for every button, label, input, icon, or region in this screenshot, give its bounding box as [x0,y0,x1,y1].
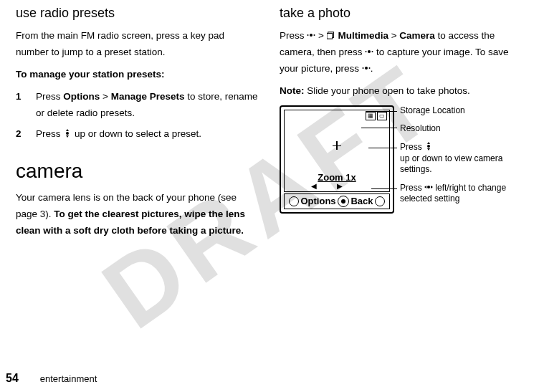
back-softkey: Back [350,196,373,206]
left-lens-icon [289,196,299,206]
svg-point-0 [66,132,69,135]
callout-storage: Storage Location [400,105,523,117]
tp-gt2: > [388,30,399,41]
note-text: Slide your phone open to take photos. [305,85,470,96]
shutter-icon [338,196,349,207]
heading-use-radio-presets: use radio presets [16,6,259,21]
center-key-icon-3 [362,64,371,72]
co4-a: Press [400,183,424,193]
tp-d: . [371,63,373,74]
step-2-b: up or down to select a preset. [72,128,201,139]
camera-intro: Your camera lens is on the back of your … [16,190,259,239]
callout-resolution: Resolution [400,123,523,135]
callout-storage-text: Storage Location [400,105,465,115]
right-lens-icon [375,196,385,206]
note-label: Note: [280,85,305,96]
nav-key-icon-horiz [424,183,433,191]
step-2-number: 2 [16,126,36,143]
preset-intro: From the main FM radio screen, press a k… [16,28,259,61]
center-key-icon-2 [365,47,373,56]
leader-line [368,148,397,148]
svg-point-13 [427,186,430,188]
svg-rect-5 [327,33,333,39]
co3-a: Press [400,142,424,152]
zoom-indicator: Zoom 1x ◀▶ [285,171,389,190]
tp-gt1: > [315,30,326,41]
co3-b: up or down to view camera settings. [400,153,502,175]
viewfinder-screen: ▦ ▭ Zoom 1x ◀▶ [284,110,390,192]
heading-camera: camera [16,160,259,183]
step-2: 2 Press up or down to select a preset. [16,126,259,143]
softkey-row: Options Back [284,193,390,209]
camera-menu: Camera [399,30,435,41]
callout-resolution-text: Resolution [400,123,441,133]
callout-leftright: Press left/right to change selected sett… [400,183,523,205]
status-icon-row: ▦ ▭ [366,112,387,120]
leader-line [366,111,397,112]
take-photo-steps: Press > Multimedia > Camera to access th… [280,28,523,77]
page-number: 54 [6,372,19,385]
svg-point-1 [310,34,313,37]
options-softkey: Options [300,196,335,206]
phone-mock: ▦ ▭ Zoom 1x ◀▶ Options Back [280,105,394,214]
step-2-text: Press up or down to select a preset. [36,126,259,143]
leader-line [371,188,397,189]
note-line: Note: Slide your phone open to take phot… [280,83,523,100]
right-column: take a photo Press > Multimedia > Camera… [270,6,533,358]
page-footer: 54 entertainment [6,372,97,385]
options-softkey-label: Options [63,91,100,102]
nav-key-icon [424,142,433,150]
multimedia-icon [327,31,335,39]
svg-point-7 [366,51,367,52]
svg-point-2 [307,34,309,36]
heading-take-photo: take a photo [280,6,523,21]
step-2-a: Press [36,128,63,139]
nav-key-icon [63,129,72,138]
step-1: 1 Press Options > Manage Presets to stor… [16,89,259,122]
section-name: entertainment [40,373,97,384]
page-columns: use radio presets From the main FM radio… [0,0,539,358]
center-key-icon [307,31,315,39]
leader-line [361,128,397,128]
zoom-text: Zoom 1x [318,172,356,183]
svg-point-6 [368,50,371,53]
svg-point-10 [362,67,363,69]
step-1-a: Press [36,91,63,102]
resolution-icon: ▭ [377,112,387,120]
svg-point-9 [365,67,368,70]
manage-presets-label: To manage your station presets: [16,67,259,83]
step-1-gt: > [100,91,110,102]
manage-presets-menu: Manage Presets [111,91,185,102]
figure-callouts: Storage Location Resolution Press up or … [394,105,523,212]
preset-steps: 1 Press Options > Manage Presets to stor… [16,89,259,143]
left-column: use radio presets From the main FM radio… [6,6,270,358]
storage-icon: ▦ [366,112,376,120]
multimedia-menu: Multimedia [338,30,388,41]
svg-point-12 [427,145,430,148]
tp-a: Press [280,30,307,41]
step-1-text: Press Options > Manage Presets to store,… [36,89,259,122]
phone-frame: ▦ ▭ Zoom 1x ◀▶ Options Back [280,105,394,214]
callout-updown: Press up or down to view camera settings… [400,142,523,176]
step-1-number: 1 [16,89,36,122]
camera-figure: ▦ ▭ Zoom 1x ◀▶ Options Back [280,105,523,214]
